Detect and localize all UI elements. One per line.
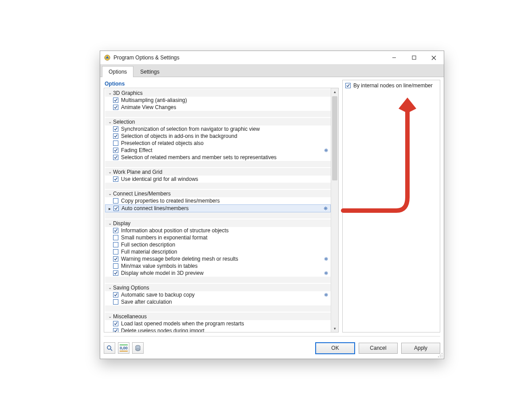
option-checkbox[interactable] bbox=[113, 249, 118, 254]
option-row[interactable]: Small numbers in exponential format bbox=[105, 234, 331, 241]
option-row[interactable]: Display whole model in 3D preview❋ bbox=[105, 270, 331, 277]
minimize-button[interactable] bbox=[384, 51, 404, 64]
option-label: Small numbers in exponential format bbox=[121, 235, 207, 241]
svg-rect-2 bbox=[412, 56, 416, 59]
group-header[interactable]: ⌄Miscellaneous bbox=[105, 313, 331, 320]
database-icon bbox=[135, 345, 141, 351]
option-row[interactable]: Fading Effect❋ bbox=[105, 147, 331, 154]
scroll-up-icon[interactable]: ▴ bbox=[331, 88, 338, 95]
gear-icon[interactable]: ❋ bbox=[324, 270, 328, 276]
group-label: Work Plane and Grid bbox=[113, 169, 162, 175]
group-label: Connect Lines/Members bbox=[113, 191, 171, 197]
option-checkbox[interactable] bbox=[113, 176, 118, 182]
by-internal-nodes-label: By internal nodes on line/member bbox=[353, 82, 433, 89]
option-row[interactable]: Full section description bbox=[105, 241, 331, 248]
by-internal-nodes-checkbox[interactable] bbox=[345, 83, 351, 88]
group-label: Saving Options bbox=[113, 285, 149, 291]
option-checkbox[interactable] bbox=[113, 105, 118, 110]
option-checkbox[interactable] bbox=[113, 321, 118, 326]
decimal-places-button[interactable]: 0,00 bbox=[118, 342, 129, 354]
cancel-button[interactable]: Cancel bbox=[359, 343, 398, 354]
option-row[interactable]: Warning message before deleting mesh or … bbox=[105, 255, 331, 262]
group-spacer bbox=[105, 305, 331, 312]
option-checkbox[interactable] bbox=[113, 133, 118, 139]
group-spacer bbox=[105, 212, 331, 219]
gear-icon[interactable]: ❋ bbox=[324, 206, 328, 211]
option-row[interactable]: Preselection of related objects also bbox=[105, 140, 331, 147]
gear-icon[interactable]: ❋ bbox=[324, 292, 328, 298]
option-checkbox[interactable] bbox=[113, 263, 118, 269]
titlebar: Program Options & Settings bbox=[100, 51, 444, 65]
group-header[interactable]: ⌄Selection bbox=[105, 118, 331, 125]
option-checkbox[interactable] bbox=[113, 148, 118, 153]
group-label: 3D Graphics bbox=[113, 90, 143, 96]
database-button[interactable] bbox=[132, 342, 144, 354]
option-row[interactable]: Delete useless nodes during import bbox=[105, 327, 331, 332]
option-checkbox[interactable] bbox=[113, 328, 118, 332]
chevron-down-icon: ⌄ bbox=[107, 169, 113, 174]
option-checkbox[interactable] bbox=[113, 228, 118, 233]
scroll-down-icon[interactable]: ▾ bbox=[331, 325, 338, 332]
options-tree[interactable]: ⌄3D GraphicsMultisampling (anti-aliasing… bbox=[104, 88, 331, 332]
resize-grip[interactable] bbox=[438, 352, 443, 358]
group-header[interactable]: ⌄Saving Options bbox=[105, 284, 331, 291]
option-row[interactable]: Animate View Changes bbox=[105, 104, 331, 111]
option-label: Load last opened models when the program… bbox=[121, 321, 244, 327]
app-icon bbox=[104, 54, 111, 61]
option-checkbox[interactable] bbox=[113, 155, 118, 160]
option-label: Min/max value symbols in tables bbox=[121, 263, 198, 269]
option-row[interactable]: Information about position of structure … bbox=[105, 227, 331, 234]
svg-point-12 bbox=[442, 356, 442, 357]
option-row[interactable]: Use identical grid for all windows bbox=[105, 176, 331, 183]
option-row[interactable]: Synchronization of selection from naviga… bbox=[105, 125, 331, 133]
magnifier-icon bbox=[106, 345, 113, 351]
group-header[interactable]: ⌄3D Graphics bbox=[105, 89, 331, 97]
option-row[interactable]: Multisampling (anti-aliasing) bbox=[105, 97, 331, 104]
option-label: Selection of objects in add-ons in the b… bbox=[121, 133, 237, 139]
option-row[interactable]: Automatic save to backup copy❋ bbox=[105, 291, 331, 298]
option-row[interactable]: Load last opened models when the program… bbox=[105, 320, 331, 327]
group-spacer bbox=[105, 161, 331, 167]
gear-icon[interactable]: ❋ bbox=[324, 148, 328, 153]
apply-button[interactable]: Apply bbox=[401, 343, 440, 354]
group-header[interactable]: ⌄Connect Lines/Members bbox=[105, 190, 331, 197]
option-row[interactable]: Min/max value symbols in tables bbox=[105, 262, 331, 270]
svg-point-10 bbox=[438, 356, 439, 357]
option-checkbox[interactable] bbox=[113, 126, 118, 132]
option-label: Multisampling (anti-aliasing) bbox=[121, 97, 187, 103]
option-row[interactable]: Copy properties to created lines/members bbox=[105, 197, 331, 204]
group-label: Selection bbox=[113, 119, 135, 125]
option-checkbox[interactable] bbox=[113, 98, 118, 103]
close-button[interactable] bbox=[424, 51, 444, 64]
group-header[interactable]: ⌄Display bbox=[105, 219, 331, 227]
svg-line-4 bbox=[110, 349, 112, 351]
option-label: Automatic save to backup copy bbox=[121, 292, 195, 298]
tab-settings[interactable]: Settings bbox=[133, 66, 166, 77]
option-row[interactable]: Full material description bbox=[105, 248, 331, 255]
help-button[interactable] bbox=[104, 342, 115, 354]
option-row[interactable]: Selection of objects in add-ons in the b… bbox=[105, 133, 331, 140]
option-checkbox[interactable] bbox=[113, 206, 119, 211]
option-label: Information about position of structure … bbox=[121, 227, 229, 234]
maximize-button[interactable] bbox=[404, 51, 424, 64]
option-checkbox[interactable] bbox=[113, 299, 118, 305]
svg-point-3 bbox=[107, 346, 111, 349]
option-row[interactable]: Selection of related members and member … bbox=[105, 154, 331, 161]
option-checkbox[interactable] bbox=[113, 270, 118, 276]
option-label: Copy properties to created lines/members bbox=[121, 198, 220, 204]
dialog-footer: 0,00 OK Cancel Apply bbox=[104, 336, 440, 356]
option-row[interactable]: ▸Auto connect lines/members❋ bbox=[105, 204, 331, 212]
option-checkbox[interactable] bbox=[113, 235, 118, 240]
option-checkbox[interactable] bbox=[113, 292, 118, 297]
option-checkbox[interactable] bbox=[113, 141, 118, 146]
option-row[interactable]: Save after calculation bbox=[105, 298, 331, 305]
group-header[interactable]: ⌄Work Plane and Grid bbox=[105, 168, 331, 176]
scrollbar-thumb[interactable] bbox=[332, 96, 337, 180]
gear-icon[interactable]: ❋ bbox=[324, 256, 328, 262]
tab-options[interactable]: Options bbox=[102, 66, 133, 77]
option-checkbox[interactable] bbox=[113, 242, 118, 247]
option-checkbox[interactable] bbox=[113, 256, 118, 262]
ok-button[interactable]: OK bbox=[315, 342, 355, 354]
option-checkbox[interactable] bbox=[113, 198, 118, 203]
vertical-scrollbar[interactable]: ▴ ▾ bbox=[331, 88, 338, 332]
